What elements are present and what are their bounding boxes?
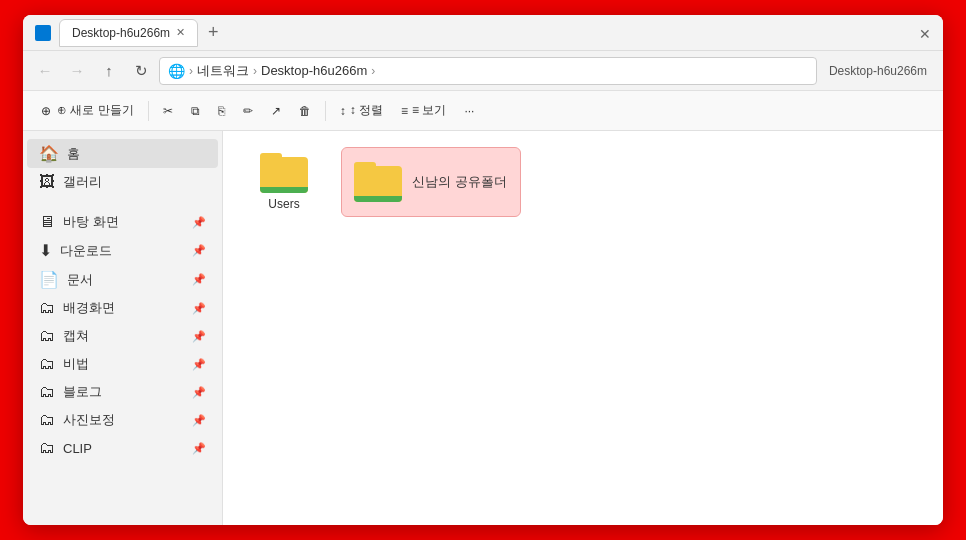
folder-shared[interactable]: 신남의 공유폴더	[341, 147, 521, 217]
sort-button[interactable]: ↕ ↕ 정렬	[332, 96, 391, 126]
sidebar-label-home: 홈	[67, 145, 80, 163]
new-button[interactable]: ⊕ ⊕ 새로 만들기	[33, 96, 142, 126]
globe-icon: 🌐	[168, 63, 185, 79]
back-button[interactable]: ←	[31, 57, 59, 85]
sidebar-item-downloads[interactable]: ⬇ 다운로드 📌	[27, 236, 218, 265]
folder-shared-label: 신남의 공유폴더	[412, 173, 507, 191]
sidebar-item-secret[interactable]: 🗂 비법 📌	[27, 350, 218, 378]
pin-icon-blog: 📌	[192, 386, 206, 399]
share-icon: ↗	[271, 104, 281, 118]
wallpaper-icon: 🗂	[39, 299, 55, 317]
pin-icon-wallpaper: 📌	[192, 302, 206, 315]
paste-button[interactable]: ⎘	[210, 96, 233, 126]
toolbar-sep-2	[325, 101, 326, 121]
new-tab-button[interactable]: +	[202, 22, 225, 43]
tab-close-button[interactable]: ✕	[176, 26, 185, 39]
sidebar-item-clip[interactable]: 🗂 CLIP 📌	[27, 434, 218, 462]
sidebar-label-secret: 비법	[63, 355, 89, 373]
new-icon: ⊕	[41, 104, 51, 118]
pin-icon-downloads: 📌	[192, 244, 206, 257]
pin-icon-secret: 📌	[192, 358, 206, 371]
path-host: Desktop-h6u266m	[261, 63, 367, 78]
cut-button[interactable]: ✂	[155, 96, 181, 126]
sidebar-item-home[interactable]: 🏠 홈	[27, 139, 218, 168]
address-path[interactable]: 🌐 › 네트워크 › Desktop-h6u266m ›	[159, 57, 817, 85]
clip-icon: 🗂	[39, 439, 55, 457]
sidebar-label-gallery: 갤러리	[63, 173, 102, 191]
sidebar-item-capture[interactable]: 🗂 캡쳐 📌	[27, 322, 218, 350]
refresh-button[interactable]: ↻	[127, 57, 155, 85]
active-tab[interactable]: Desktop-h6u266m ✕	[59, 19, 198, 47]
folder-users-label: Users	[268, 197, 299, 211]
sidebar-label-blog: 블로그	[63, 383, 102, 401]
capture-icon: 🗂	[39, 327, 55, 345]
delete-button[interactable]: 🗑	[291, 96, 319, 126]
content-area: 🏠 홈 🖼 갤러리 🖥 바탕 화면 📌 ⬇ 다운로드 📌 📄 문서 �	[23, 131, 943, 525]
sidebar-label-capture: 캡쳐	[63, 327, 89, 345]
tab-area: Desktop-h6u266m ✕ +	[59, 19, 225, 47]
view-icon: ≡	[401, 104, 408, 118]
path-network: 네트워크	[197, 62, 249, 80]
app-icon	[35, 25, 51, 41]
desktop-icon: 🖥	[39, 213, 55, 231]
copy-button[interactable]: ⧉	[183, 96, 208, 126]
sidebar-item-gallery[interactable]: 🖼 갤러리	[27, 168, 218, 196]
file-area: Users 신남의 공유폴더	[223, 131, 943, 525]
toolbar-sep-1	[148, 101, 149, 121]
documents-icon: 📄	[39, 270, 59, 289]
paste-icon: ⎘	[218, 104, 225, 118]
rename-icon: ✏	[243, 104, 253, 118]
address-right-text: Desktop-h6u266m	[821, 64, 935, 78]
up-button[interactable]: ↑	[95, 57, 123, 85]
pin-icon-capture: 📌	[192, 330, 206, 343]
toolbar: ⊕ ⊕ 새로 만들기 ✂ ⧉ ⎘ ✏ ↗ 🗑 ↕ ↕ 정렬 ≡ ≡ 보기	[23, 91, 943, 131]
folder-shared-icon	[354, 162, 402, 202]
address-bar: ← → ↑ ↻ 🌐 › 네트워크 › Desktop-h6u266m › Des…	[23, 51, 943, 91]
sort-icon: ↕	[340, 104, 346, 118]
sidebar-item-wallpaper[interactable]: 🗂 배경화면 📌	[27, 294, 218, 322]
folder-users-icon	[260, 153, 308, 193]
sidebar-item-blog[interactable]: 🗂 블로그 📌	[27, 378, 218, 406]
home-icon: 🏠	[39, 144, 59, 163]
pin-icon-desktop: 📌	[192, 216, 206, 229]
explorer-window: Desktop-h6u266m ✕ + ✕ ← → ↑ ↻ 🌐 › 네트워크 ›…	[23, 15, 943, 525]
more-icon: ···	[464, 104, 474, 118]
sidebar-item-photos[interactable]: 🗂 사진보정 📌	[27, 406, 218, 434]
share-button[interactable]: ↗	[263, 96, 289, 126]
sidebar-label-desktop: 바탕 화면	[63, 213, 119, 231]
gallery-icon: 🖼	[39, 173, 55, 191]
title-bar: Desktop-h6u266m ✕ + ✕	[23, 15, 943, 51]
sidebar-label-photos: 사진보정	[63, 411, 115, 429]
tab-label: Desktop-h6u266m	[72, 26, 170, 40]
sidebar-label-wallpaper: 배경화면	[63, 299, 115, 317]
secret-icon: 🗂	[39, 355, 55, 373]
folder-users[interactable]: Users	[239, 147, 329, 217]
view-button[interactable]: ≡ ≡ 보기	[393, 96, 454, 126]
pin-icon-documents: 📌	[192, 273, 206, 286]
delete-icon: 🗑	[299, 104, 311, 118]
downloads-icon: ⬇	[39, 241, 52, 260]
sidebar-label-documents: 문서	[67, 271, 93, 289]
photos-icon: 🗂	[39, 411, 55, 429]
sidebar-item-documents[interactable]: 📄 문서 📌	[27, 265, 218, 294]
pin-icon-clip: 📌	[192, 442, 206, 455]
pin-icon-photos: 📌	[192, 414, 206, 427]
sidebar-label-clip: CLIP	[63, 441, 92, 456]
rename-button[interactable]: ✏	[235, 96, 261, 126]
window-close-button[interactable]: ✕	[919, 27, 931, 39]
sidebar-divider	[23, 196, 222, 208]
sidebar-item-desktop[interactable]: 🖥 바탕 화면 📌	[27, 208, 218, 236]
forward-button[interactable]: →	[63, 57, 91, 85]
cut-icon: ✂	[163, 104, 173, 118]
more-button[interactable]: ···	[456, 96, 482, 126]
blog-icon: 🗂	[39, 383, 55, 401]
sidebar: 🏠 홈 🖼 갤러리 🖥 바탕 화면 📌 ⬇ 다운로드 📌 📄 문서 �	[23, 131, 223, 525]
copy-icon: ⧉	[191, 104, 200, 118]
sidebar-label-downloads: 다운로드	[60, 242, 112, 260]
